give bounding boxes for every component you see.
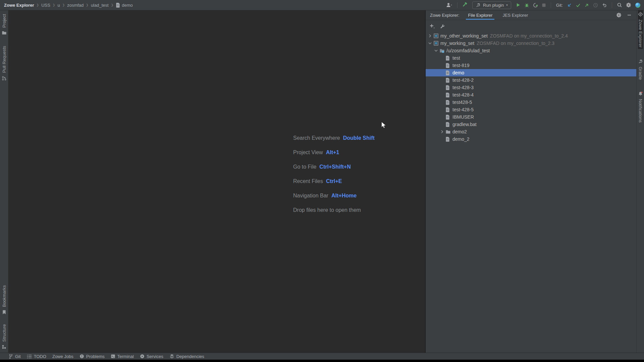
tab-jes-explorer[interactable]: JES Explorer [502, 10, 528, 20]
panel-title: Zowe Explorer: [430, 13, 459, 18]
stripe-item-zowe-explorer[interactable]: Zowe Explorer [638, 10, 643, 49]
folder-root-icon [439, 48, 445, 53]
tree-item-demo[interactable]: demo [426, 69, 636, 76]
pull-request-icon [2, 76, 7, 81]
stripe-item-pull-requests[interactable]: Pull Requests [2, 45, 7, 82]
tree-item-my-working-set[interactable]: my_working_setZOSMFAD on my_connection_t… [426, 40, 636, 47]
breadcrumb-separator-icon: ❯ [37, 3, 39, 7]
tree-item-demo2[interactable]: demo2 [426, 128, 636, 135]
shortcut-hint-drop-files-here-to-open-them: Drop files here to open them [293, 207, 375, 214]
tree-indent-spacer [439, 92, 445, 98]
tree-item-test428-5[interactable]: test428-5 [426, 99, 636, 106]
wrench-icon-button[interactable] [440, 24, 445, 29]
debug-icon-button[interactable] [524, 3, 529, 8]
working-set-icon [433, 33, 439, 39]
settings-gear-icon-button[interactable] [626, 2, 631, 8]
breadcrumb-item-u[interactable]: u [57, 3, 60, 8]
breadcrumb-item-zowe-explorer[interactable]: Zowe Explorer [4, 3, 34, 8]
tree-item-test-428-2[interactable]: test-428-2 [426, 76, 636, 84]
stripe-item-gradle[interactable]: Gradle [638, 58, 643, 81]
user-icon-button[interactable] [446, 2, 452, 8]
search-icon [617, 2, 622, 8]
debug-icon [524, 3, 529, 8]
tree-item-test-428-3[interactable]: test-428-3 [426, 84, 636, 91]
tree-indent-spacer [439, 100, 445, 105]
breadcrumb-separator-icon: ❯ [53, 3, 55, 7]
stop-icon-button[interactable] [542, 3, 546, 7]
search-icon-button[interactable] [617, 2, 622, 8]
breadcrumb: Zowe Explorer❯USS❯u❯zosmfad❯ulad_test❯de… [4, 3, 133, 8]
build-hammer-icon-button[interactable] [462, 2, 468, 8]
stripe-item-label: Zowe Explorer [638, 19, 643, 48]
terminal-icon [111, 354, 115, 359]
breadcrumb-separator-icon: ❯ [86, 3, 89, 7]
statusbar-button-problems[interactable]: Problems [79, 354, 105, 359]
stripe-item-label: Structure [2, 324, 7, 342]
tree-item-my-other-working-set[interactable]: my_other_working_setZOSMFAD on my_connec… [426, 32, 636, 40]
tree-item-test[interactable]: test [426, 54, 636, 62]
run-plugin-button[interactable]: Run plugin▾ [472, 1, 511, 9]
tree-item-label: demo_2 [452, 136, 470, 142]
tree-indent-spacer [439, 114, 445, 120]
breadcrumb-item-demo[interactable]: demo [116, 3, 133, 8]
statusbar-button-terminal[interactable]: Terminal [111, 354, 134, 359]
tree-indent-spacer [439, 77, 445, 83]
stripe-item-project[interactable]: Project [2, 13, 7, 37]
settings-gear-icon [626, 2, 631, 8]
statusbar-button-dependencies[interactable]: Dependencies [169, 354, 204, 359]
run-icon-button[interactable] [516, 3, 521, 7]
tree-item-test-819[interactable]: test-819 [426, 62, 636, 69]
shortcut-action-label: Project View [293, 149, 323, 156]
statusbar-button-services[interactable]: Services [140, 354, 163, 359]
chevron-right-icon[interactable] [439, 129, 445, 134]
zowe-icon [638, 12, 643, 17]
left-stripe-bottom-group: BookmarksStructure [0, 284, 8, 353]
tree-item-label: test-819 [452, 63, 470, 68]
stripe-item-bookmarks[interactable]: Bookmarks [2, 284, 7, 316]
shortcut-keys: Ctrl+E [326, 178, 342, 184]
statusbar-button-git[interactable]: Git [9, 354, 21, 359]
hide-icon-button[interactable] [627, 13, 632, 17]
statusbar-button-zowe-jobs[interactable]: Zowe Jobs [52, 354, 73, 359]
tree-item-gradlew-bat[interactable]: gradlew.bat [426, 121, 636, 128]
profiler-icon-button[interactable] [533, 3, 538, 8]
gradle-icon [476, 3, 481, 8]
tree-item-detail: ZOSMFAD on my_connection_to_2.4 [490, 33, 568, 39]
breadcrumb-item-ulad-test[interactable]: ulad_test [91, 3, 109, 8]
chevron-right-icon[interactable] [427, 33, 433, 39]
stripe-item-notifications[interactable]: Notifications [638, 90, 643, 124]
git-push-icon-button[interactable] [584, 3, 589, 8]
window-bottom-strip [0, 360, 644, 362]
panel-tabs: File ExplorerJES Explorer [468, 10, 528, 20]
breadcrumb-item-zosmfad[interactable]: zosmfad [67, 3, 84, 8]
settings-gear-icon-button[interactable] [616, 12, 622, 18]
history-icon-button[interactable] [593, 3, 598, 8]
statusbar-button-todo[interactable]: TODO [27, 354, 46, 359]
history-icon [593, 3, 598, 8]
add-icon-button[interactable] [429, 23, 435, 29]
git-update-icon-button[interactable] [567, 3, 572, 8]
shortcut-hint-recent-files: Recent FilesCtrl+E [293, 178, 375, 185]
chevron-down-icon[interactable] [427, 41, 433, 46]
chevron-down-icon: ▾ [506, 3, 508, 7]
stripe-item-structure[interactable]: Structure [2, 323, 7, 351]
tree-indent-spacer [439, 70, 445, 75]
breadcrumb-item-uss[interactable]: USS [41, 3, 50, 8]
git-commit-icon-button[interactable] [576, 3, 581, 8]
bookmark-icon [2, 310, 6, 315]
tree-item-demo-2[interactable]: demo_2 [426, 135, 636, 143]
main-toolbar: Zowe Explorer❯USS❯u❯zosmfad❯ulad_test❯de… [0, 0, 644, 10]
profile-avatar-icon-button[interactable] [635, 2, 641, 8]
tree-item-u-zosmfad-ulad-test[interactable]: /u/zosmfad/ulad_test [426, 47, 636, 54]
tree-item-label: demo2 [452, 129, 467, 134]
chevron-down-icon[interactable] [433, 48, 439, 53]
shortcut-keys: Double Shift [343, 135, 375, 141]
breadcrumb-item-label: ulad_test [91, 3, 109, 8]
git-update-icon [567, 3, 572, 8]
file-icon [445, 92, 451, 98]
tab-file-explorer[interactable]: File Explorer [468, 10, 492, 20]
rollback-icon-button[interactable] [602, 3, 607, 8]
tree-item-test-428-5[interactable]: test-428-5 [426, 106, 636, 113]
tree-item-ibmuser[interactable]: IBMUSER [426, 113, 636, 121]
tree-item-test-428-4[interactable]: test-428-4 [426, 91, 636, 99]
